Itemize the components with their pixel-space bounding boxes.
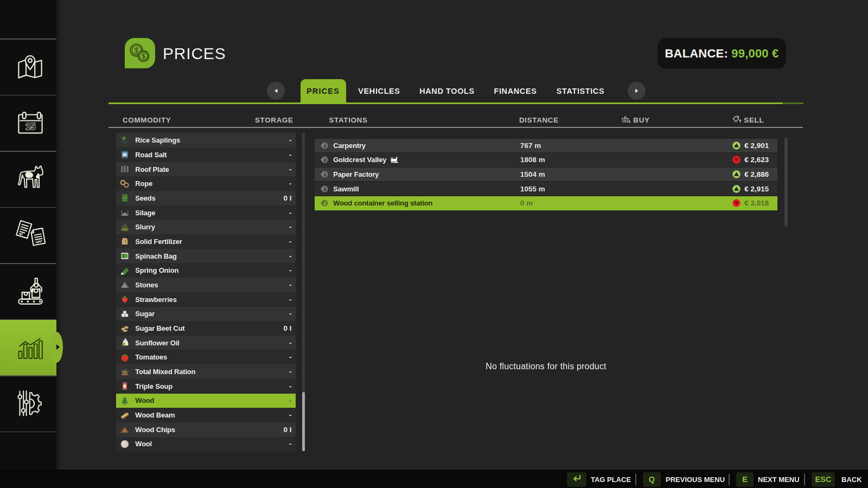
svg-text:15: 15 (25, 121, 35, 131)
svg-text:$: $ (134, 46, 138, 55)
svg-text:$: $ (142, 52, 146, 60)
